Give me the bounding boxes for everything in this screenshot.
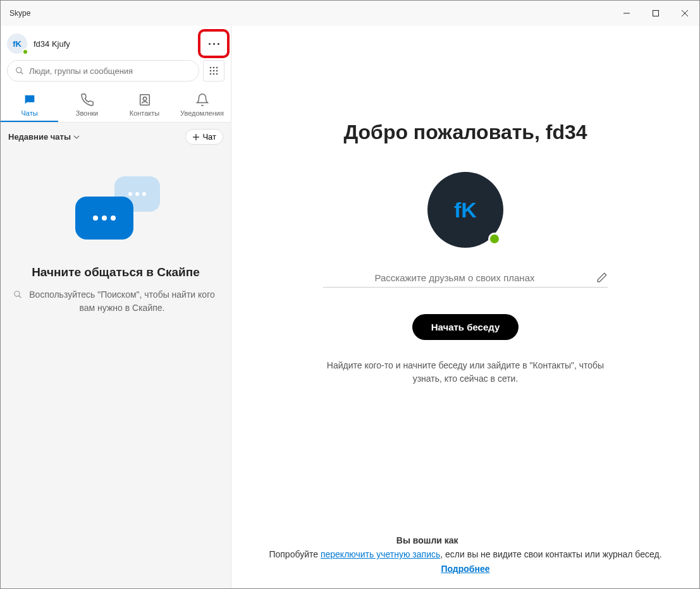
- chat-icon: [23, 93, 37, 107]
- svg-line-20: [19, 295, 21, 298]
- plus-icon: [192, 133, 200, 141]
- svg-point-19: [15, 291, 20, 296]
- presence-indicator: [22, 49, 28, 55]
- avatar-initials: fK: [13, 39, 21, 49]
- minimize-button[interactable]: [612, 1, 641, 26]
- main-panel: Добро пожаловать, fd34 fK Начать беседу …: [231, 26, 699, 588]
- tab-label: Чаты: [21, 109, 37, 117]
- large-avatar[interactable]: fK: [427, 172, 503, 248]
- search-row: [1, 60, 231, 88]
- search-icon: [13, 290, 22, 299]
- tab-label: Уведомления: [180, 109, 224, 117]
- search-box[interactable]: [7, 60, 199, 82]
- search-input[interactable]: [29, 66, 191, 76]
- svg-point-7: [213, 67, 215, 69]
- dialpad-button[interactable]: [203, 60, 224, 82]
- new-chat-button[interactable]: Чат: [185, 129, 223, 145]
- contacts-icon: [138, 93, 152, 107]
- try-suffix: , если вы не видите свои контакты или жу…: [440, 549, 661, 559]
- window-controls: [612, 1, 699, 26]
- sidebar: fK fd34 Kjufy: [1, 26, 231, 588]
- svg-point-4: [16, 68, 21, 73]
- switch-account-link[interactable]: переключить учетную запись: [321, 549, 440, 559]
- start-conversation-button[interactable]: Начать беседу: [412, 314, 519, 340]
- tab-calls[interactable]: Звонки: [58, 88, 116, 122]
- svg-point-13: [213, 73, 215, 75]
- svg-point-12: [210, 73, 212, 75]
- titlebar: Skype: [1, 1, 699, 26]
- signed-in-prefix: Вы вошли как: [396, 535, 458, 545]
- avatar: fK: [7, 33, 27, 54]
- bell-icon: [195, 93, 209, 107]
- svg-point-6: [210, 67, 212, 69]
- profile-row: fK fd34 Kjufy: [1, 26, 231, 60]
- empty-hint: Воспользуйтесь "Поиском", чтобы найти ко…: [13, 288, 218, 315]
- new-chat-label: Чат: [202, 132, 216, 142]
- svg-rect-1: [653, 11, 659, 16]
- svg-rect-15: [140, 95, 149, 106]
- status-input[interactable]: [323, 272, 586, 283]
- close-button[interactable]: [670, 1, 699, 26]
- welcome-title: Добро пожаловать, fd34: [343, 121, 587, 144]
- maximize-icon: [653, 10, 659, 16]
- svg-point-11: [216, 70, 218, 72]
- svg-point-16: [143, 97, 147, 100]
- svg-point-9: [210, 70, 212, 72]
- nav-tabs: Чаты Звонки Контакты Уведомления: [1, 88, 231, 123]
- empty-text: Воспользуйтесь "Поиском", чтобы найти ко…: [26, 288, 218, 315]
- svg-point-14: [216, 73, 218, 75]
- status-row: [323, 272, 608, 288]
- try-prefix: Попробуйте: [269, 549, 320, 559]
- learn-more-link[interactable]: Подробнее: [441, 564, 489, 574]
- presence-indicator: [488, 233, 501, 245]
- tab-contacts[interactable]: Контакты: [116, 88, 173, 122]
- profile-name: fd34 Kjufy: [34, 39, 70, 49]
- svg-point-10: [213, 70, 215, 72]
- recent-chats-label: Недавние чаты: [8, 132, 71, 142]
- ellipsis-icon: [209, 43, 211, 45]
- more-menu-button[interactable]: [203, 34, 224, 53]
- tab-notifications[interactable]: Уведомления: [173, 88, 231, 122]
- phone-icon: [80, 93, 94, 107]
- tab-chats[interactable]: Чаты: [1, 88, 58, 122]
- avatar-initials: fK: [454, 198, 477, 222]
- chats-subheader: Недавние чаты Чат: [1, 123, 231, 151]
- signin-footer: Вы вошли как Попробуйте переключить учет…: [231, 533, 699, 576]
- maximize-button[interactable]: [641, 1, 670, 26]
- minimize-icon: [623, 10, 630, 16]
- find-hint-text: Найдите кого-то и начните беседу или зай…: [314, 359, 617, 386]
- tab-label: Звонки: [76, 109, 99, 117]
- search-icon: [15, 66, 24, 75]
- svg-line-5: [21, 72, 23, 75]
- empty-title: Начните общаться в Скайпе: [32, 265, 200, 281]
- signed-in-account-blurred: [460, 535, 534, 545]
- tab-label: Контакты: [130, 109, 160, 117]
- close-icon: [682, 10, 688, 16]
- svg-point-8: [216, 67, 218, 69]
- dialpad-icon: [209, 66, 218, 75]
- chat-bubbles-illustration: [71, 176, 160, 252]
- chevron-down-icon: [73, 134, 80, 140]
- empty-chats-state: Начните общаться в Скайпе Воспользуйтесь…: [1, 151, 231, 588]
- profile-button[interactable]: fK fd34 Kjufy: [7, 33, 70, 54]
- window-title: Skype: [9, 9, 30, 18]
- recent-chats-dropdown[interactable]: Недавние чаты: [8, 132, 80, 142]
- pencil-icon[interactable]: [596, 272, 608, 283]
